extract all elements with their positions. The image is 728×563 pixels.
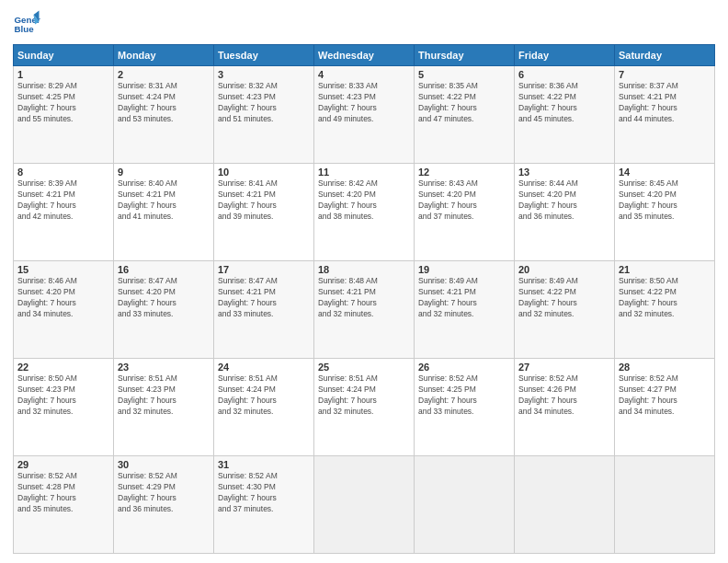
calendar-cell: 21Sunrise: 8:50 AM Sunset: 4:22 PM Dayli… bbox=[615, 261, 715, 359]
calendar-cell: 22Sunrise: 8:50 AM Sunset: 4:23 PM Dayli… bbox=[14, 359, 114, 456]
calendar-cell: 7Sunrise: 8:37 AM Sunset: 4:21 PM Daylig… bbox=[615, 66, 715, 164]
day-number: 21 bbox=[619, 264, 711, 275]
calendar-cell: 5Sunrise: 8:35 AM Sunset: 4:22 PM Daylig… bbox=[415, 66, 515, 164]
logo-icon: General Blue bbox=[13, 9, 40, 37]
day-number: 30 bbox=[118, 459, 210, 470]
weekday-header-monday: Monday bbox=[114, 45, 214, 66]
calendar-cell: 2Sunrise: 8:31 AM Sunset: 4:24 PM Daylig… bbox=[114, 66, 214, 164]
weekday-header-saturday: Saturday bbox=[615, 45, 715, 66]
calendar-table: SundayMondayTuesdayWednesdayThursdayFrid… bbox=[13, 44, 715, 554]
day-info: Sunrise: 8:49 AM Sunset: 4:22 PM Dayligh… bbox=[518, 276, 610, 320]
day-number: 27 bbox=[518, 362, 610, 373]
calendar-cell: 24Sunrise: 8:51 AM Sunset: 4:24 PM Dayli… bbox=[214, 359, 314, 456]
day-info: Sunrise: 8:48 AM Sunset: 4:21 PM Dayligh… bbox=[318, 276, 410, 320]
calendar-cell: 17Sunrise: 8:47 AM Sunset: 4:21 PM Dayli… bbox=[214, 261, 314, 359]
day-number: 31 bbox=[218, 459, 310, 470]
day-info: Sunrise: 8:43 AM Sunset: 4:20 PM Dayligh… bbox=[418, 178, 510, 223]
calendar-cell: 9Sunrise: 8:40 AM Sunset: 4:21 PM Daylig… bbox=[114, 164, 214, 261]
calendar-cell: 11Sunrise: 8:42 AM Sunset: 4:20 PM Dayli… bbox=[314, 164, 415, 261]
calendar-week-row: 29Sunrise: 8:52 AM Sunset: 4:28 PM Dayli… bbox=[14, 456, 715, 554]
day-number: 14 bbox=[619, 167, 711, 178]
day-number: 19 bbox=[418, 264, 510, 275]
calendar-cell: 8Sunrise: 8:39 AM Sunset: 4:21 PM Daylig… bbox=[14, 164, 114, 261]
calendar-cell: 14Sunrise: 8:45 AM Sunset: 4:20 PM Dayli… bbox=[615, 164, 715, 261]
calendar-cell: 18Sunrise: 8:48 AM Sunset: 4:21 PM Dayli… bbox=[314, 261, 415, 359]
weekday-header-tuesday: Tuesday bbox=[214, 45, 314, 66]
day-number: 29 bbox=[17, 459, 109, 470]
page-header: General Blue bbox=[13, 9, 715, 37]
day-info: Sunrise: 8:40 AM Sunset: 4:21 PM Dayligh… bbox=[118, 178, 210, 223]
day-number: 13 bbox=[518, 167, 610, 178]
calendar-cell: 23Sunrise: 8:51 AM Sunset: 4:23 PM Dayli… bbox=[114, 359, 214, 456]
day-number: 1 bbox=[17, 69, 109, 80]
day-info: Sunrise: 8:39 AM Sunset: 4:21 PM Dayligh… bbox=[17, 178, 109, 223]
day-info: Sunrise: 8:36 AM Sunset: 4:22 PM Dayligh… bbox=[518, 81, 610, 125]
day-number: 22 bbox=[17, 362, 109, 373]
calendar-cell bbox=[314, 456, 415, 554]
day-number: 2 bbox=[118, 69, 210, 80]
day-info: Sunrise: 8:52 AM Sunset: 4:26 PM Dayligh… bbox=[518, 373, 610, 418]
day-number: 4 bbox=[318, 69, 410, 80]
day-info: Sunrise: 8:45 AM Sunset: 4:20 PM Dayligh… bbox=[619, 178, 711, 223]
day-number: 20 bbox=[518, 264, 610, 275]
calendar-cell: 31Sunrise: 8:52 AM Sunset: 4:30 PM Dayli… bbox=[214, 456, 314, 554]
weekday-header-thursday: Thursday bbox=[415, 45, 515, 66]
calendar-cell: 28Sunrise: 8:52 AM Sunset: 4:27 PM Dayli… bbox=[615, 359, 715, 456]
day-number: 15 bbox=[17, 264, 109, 275]
weekday-header-row: SundayMondayTuesdayWednesdayThursdayFrid… bbox=[14, 45, 715, 66]
day-number: 3 bbox=[218, 69, 310, 80]
day-number: 18 bbox=[318, 264, 410, 275]
calendar-cell: 30Sunrise: 8:52 AM Sunset: 4:29 PM Dayli… bbox=[114, 456, 214, 554]
logo: General Blue bbox=[13, 9, 40, 37]
day-number: 28 bbox=[619, 362, 711, 373]
day-number: 8 bbox=[17, 167, 109, 178]
calendar-week-row: 8Sunrise: 8:39 AM Sunset: 4:21 PM Daylig… bbox=[14, 164, 715, 261]
day-number: 12 bbox=[418, 167, 510, 178]
day-number: 5 bbox=[418, 69, 510, 80]
day-info: Sunrise: 8:49 AM Sunset: 4:21 PM Dayligh… bbox=[418, 276, 510, 320]
day-number: 24 bbox=[218, 362, 310, 373]
day-info: Sunrise: 8:47 AM Sunset: 4:20 PM Dayligh… bbox=[118, 276, 210, 320]
day-info: Sunrise: 8:52 AM Sunset: 4:27 PM Dayligh… bbox=[619, 373, 711, 418]
day-number: 17 bbox=[218, 264, 310, 275]
day-info: Sunrise: 8:35 AM Sunset: 4:22 PM Dayligh… bbox=[418, 81, 510, 125]
day-number: 6 bbox=[518, 69, 610, 80]
day-info: Sunrise: 8:52 AM Sunset: 4:29 PM Dayligh… bbox=[118, 471, 210, 515]
calendar-week-row: 1Sunrise: 8:29 AM Sunset: 4:25 PM Daylig… bbox=[14, 66, 715, 164]
calendar-cell: 1Sunrise: 8:29 AM Sunset: 4:25 PM Daylig… bbox=[14, 66, 114, 164]
day-number: 9 bbox=[118, 167, 210, 178]
day-number: 26 bbox=[418, 362, 510, 373]
calendar-week-row: 22Sunrise: 8:50 AM Sunset: 4:23 PM Dayli… bbox=[14, 359, 715, 456]
calendar-cell: 6Sunrise: 8:36 AM Sunset: 4:22 PM Daylig… bbox=[515, 66, 615, 164]
calendar-cell bbox=[615, 456, 715, 554]
calendar-cell: 12Sunrise: 8:43 AM Sunset: 4:20 PM Dayli… bbox=[415, 164, 515, 261]
calendar-cell: 20Sunrise: 8:49 AM Sunset: 4:22 PM Dayli… bbox=[515, 261, 615, 359]
calendar-cell: 10Sunrise: 8:41 AM Sunset: 4:21 PM Dayli… bbox=[214, 164, 314, 261]
weekday-header-wednesday: Wednesday bbox=[314, 45, 415, 66]
day-info: Sunrise: 8:52 AM Sunset: 4:28 PM Dayligh… bbox=[17, 471, 109, 515]
calendar-cell: 19Sunrise: 8:49 AM Sunset: 4:21 PM Dayli… bbox=[415, 261, 515, 359]
day-info: Sunrise: 8:33 AM Sunset: 4:23 PM Dayligh… bbox=[318, 81, 410, 125]
day-info: Sunrise: 8:47 AM Sunset: 4:21 PM Dayligh… bbox=[218, 276, 310, 320]
weekday-header-friday: Friday bbox=[515, 45, 615, 66]
day-number: 11 bbox=[318, 167, 410, 178]
day-info: Sunrise: 8:37 AM Sunset: 4:21 PM Dayligh… bbox=[619, 81, 711, 125]
calendar-cell: 25Sunrise: 8:51 AM Sunset: 4:24 PM Dayli… bbox=[314, 359, 415, 456]
day-info: Sunrise: 8:50 AM Sunset: 4:23 PM Dayligh… bbox=[17, 373, 109, 418]
day-info: Sunrise: 8:50 AM Sunset: 4:22 PM Dayligh… bbox=[619, 276, 711, 320]
day-info: Sunrise: 8:52 AM Sunset: 4:30 PM Dayligh… bbox=[218, 471, 310, 515]
svg-text:Blue: Blue bbox=[15, 24, 35, 34]
day-info: Sunrise: 8:51 AM Sunset: 4:23 PM Dayligh… bbox=[118, 373, 210, 418]
day-info: Sunrise: 8:46 AM Sunset: 4:20 PM Dayligh… bbox=[17, 276, 109, 320]
calendar-cell bbox=[415, 456, 515, 554]
calendar-week-row: 15Sunrise: 8:46 AM Sunset: 4:20 PM Dayli… bbox=[14, 261, 715, 359]
calendar-cell: 29Sunrise: 8:52 AM Sunset: 4:28 PM Dayli… bbox=[14, 456, 114, 554]
calendar-cell: 13Sunrise: 8:44 AM Sunset: 4:20 PM Dayli… bbox=[515, 164, 615, 261]
day-info: Sunrise: 8:52 AM Sunset: 4:25 PM Dayligh… bbox=[418, 373, 510, 418]
calendar-cell: 4Sunrise: 8:33 AM Sunset: 4:23 PM Daylig… bbox=[314, 66, 415, 164]
calendar-cell: 15Sunrise: 8:46 AM Sunset: 4:20 PM Dayli… bbox=[14, 261, 114, 359]
calendar-cell bbox=[515, 456, 615, 554]
day-number: 23 bbox=[118, 362, 210, 373]
calendar-cell: 3Sunrise: 8:32 AM Sunset: 4:23 PM Daylig… bbox=[214, 66, 314, 164]
day-info: Sunrise: 8:51 AM Sunset: 4:24 PM Dayligh… bbox=[218, 373, 310, 418]
